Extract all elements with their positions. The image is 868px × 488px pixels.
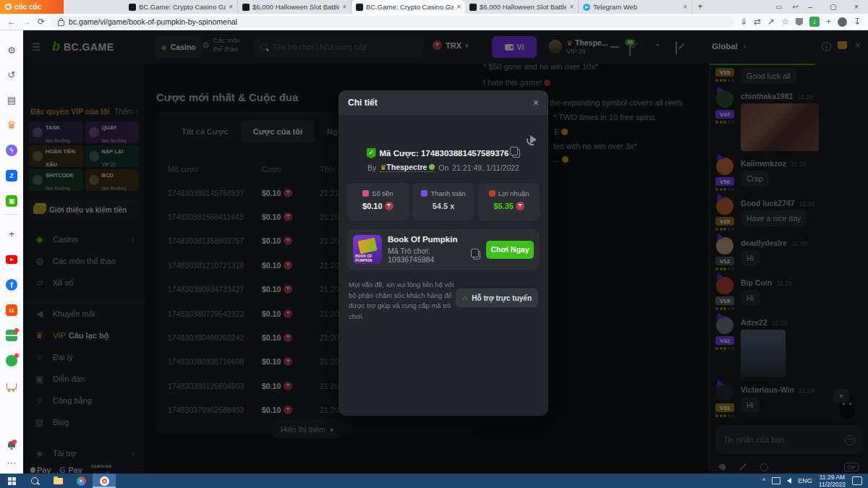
stat-card: Lợi nhuận $5.35 (478, 183, 540, 221)
tab-close-icon[interactable]: × (569, 3, 574, 11)
stat-label: Số tiền (372, 189, 393, 197)
facebook-icon[interactable]: f (5, 278, 18, 291)
tab-close-icon[interactable]: × (683, 3, 687, 11)
lock-icon (58, 20, 64, 26)
windows-logo-icon (8, 477, 16, 485)
adblock-shield-icon[interactable] (796, 18, 803, 26)
gift-icon[interactable] (5, 329, 18, 342)
gift-box (6, 330, 17, 341)
screen: cốc cốc BC.Game: Crypto Casino Gan × $6,… (0, 0, 868, 488)
url-text: bc.game/vi/game/book-of-pumpkin-by-spino… (69, 17, 237, 26)
stat-card: Thanh toán 54.5 x (413, 183, 475, 221)
new-tab-button[interactable]: + (692, 0, 708, 14)
tab-close-icon[interactable]: × (456, 3, 461, 11)
thumb-caption: BOOK OF PUMPKIN (355, 254, 382, 262)
tab-close-icon[interactable]: × (342, 3, 346, 11)
share-bet-icon[interactable] (530, 135, 537, 144)
tab-title: $6,000 Halloween Slot Battle (252, 3, 339, 11)
search-icon (31, 477, 38, 484)
restore-session-icon[interactable]: ↩ (793, 3, 799, 11)
forward-button[interactable]: → (22, 17, 31, 27)
youtube-play-icon (6, 255, 17, 264)
downloads-tray-icon[interactable]: ↧ (854, 17, 861, 27)
coccoc-brand[interactable]: cốc cốc (0, 0, 64, 14)
chrome-button[interactable] (69, 474, 93, 488)
share-icon[interactable]: ↗ (767, 17, 775, 27)
capture-icon[interactable]: ▭ (775, 3, 782, 11)
more-dots-icon[interactable]: ··· (5, 455, 18, 468)
browser-tab[interactable]: BC.Game: Crypto Casino Gan × (124, 0, 238, 14)
games-icon[interactable]: ▣ (5, 194, 18, 207)
zalo-icon[interactable]: Z (5, 169, 18, 182)
download-button[interactable]: ↓ (809, 17, 820, 27)
network-icon[interactable] (772, 477, 780, 484)
start-button[interactable] (0, 474, 23, 488)
close-window-button[interactable]: × (845, 0, 868, 14)
action-center-icon[interactable] (852, 476, 862, 485)
copy-bet-id-icon[interactable] (512, 149, 520, 158)
live-support-label: Hỗ trợ trực tuyến (472, 294, 532, 302)
minimize-button[interactable]: – (799, 0, 822, 14)
bet-username[interactable]: ♛Thespectre (380, 163, 435, 172)
promo-badge-dot (14, 354, 19, 358)
game-id-text: Mã Trò chơi: 10936745984 (388, 247, 469, 264)
bell-shape (8, 441, 15, 448)
window-controls: – ▢ × (799, 0, 868, 14)
browser-tab[interactable]: BC.Game: Crypto Casino Gan × (352, 0, 465, 14)
settings-gear-icon[interactable]: ⚙ (5, 43, 18, 56)
promo-leaf-icon[interactable] (5, 354, 18, 367)
coccoc-taskbar-button[interactable] (93, 474, 116, 488)
bet-datetime: 21:21:49, 1/11/2022 (452, 163, 519, 172)
notifications-bell-icon[interactable] (5, 437, 18, 450)
back-button[interactable]: ← (7, 17, 16, 27)
stat-value: $5.35 (493, 202, 514, 210)
taskbar-search-button[interactable] (23, 474, 46, 488)
messenger-icon[interactable]: ϟ (5, 144, 18, 157)
file-explorer-button[interactable] (46, 474, 69, 488)
support-note: Mọi vấn đề, xin vui lòng liên hệ với bộ … (349, 280, 459, 322)
tab-favicon-icon (129, 4, 136, 11)
youtube-icon[interactable] (5, 253, 18, 266)
modal-title: Chi tiết (348, 98, 378, 108)
extensions-puzzle-icon[interactable]: + (826, 17, 831, 27)
url-bar[interactable]: bc.game/vi/game/book-of-pumpkin-by-spino… (51, 16, 733, 28)
modal-close-icon[interactable]: × (533, 97, 539, 108)
tab-title: BC.Game: Crypto Casino Gan (139, 3, 226, 11)
reload-button[interactable]: ⟳ (38, 17, 45, 27)
profile-avatar[interactable] (838, 17, 847, 27)
play-now-button[interactable]: Chơi Ngay (486, 241, 534, 259)
browser-tab[interactable]: $6,000 Halloween Slot Battle × (238, 0, 352, 14)
live-support-button[interactable]: ∩ Hỗ trợ trực tuyến (456, 288, 538, 307)
tabbar-mini-icons: ▭ ↩ (775, 0, 799, 14)
shop-sale-icon[interactable]: 11 (5, 304, 18, 317)
crown-icon: ♛ (380, 163, 386, 171)
browser-tabbar: cốc cốc BC.Game: Crypto Casino Gan × $6,… (0, 0, 868, 14)
browser-tab[interactable]: $6,000 Halloween Slot Battle × (465, 0, 579, 14)
tab-close-icon[interactable]: × (229, 3, 233, 11)
translate-icon[interactable]: ⇄ (754, 17, 761, 27)
brand-label: cốc cốc (14, 3, 41, 11)
game-id-row: Mã Trò chơi: 10936745984 (388, 247, 480, 264)
maximize-button[interactable]: ▢ (822, 0, 845, 14)
stat-label: Thanh toán (430, 189, 465, 197)
tab-favicon-icon (242, 4, 250, 11)
taskbar-clock[interactable]: 11:29 AM11/2/2022 (819, 474, 846, 488)
zalo-letter: Z (6, 170, 17, 181)
stat-icon (489, 190, 495, 197)
bookmark-star-icon[interactable]: ☆ (781, 17, 789, 27)
tab-title: Telegram Web (593, 3, 680, 11)
copy-game-id-icon[interactable] (473, 251, 480, 260)
game-thumbnail[interactable]: BOOK OF PUMPKIN (353, 235, 382, 264)
crown-icon[interactable]: ♛ (5, 119, 18, 132)
language-indicator[interactable]: ENG (798, 477, 812, 484)
browser-tab[interactable]: Telegram Web × (579, 0, 692, 14)
history-icon[interactable]: ↺ (5, 68, 18, 81)
add-shortcut-icon[interactable]: + (5, 227, 18, 240)
frog-emoji-icon (429, 164, 435, 170)
hidden-icons-chevron[interactable]: ^ (762, 477, 765, 484)
save-page-icon[interactable]: ⇓ (740, 17, 747, 27)
bell-badge-dot (12, 440, 17, 444)
newsfeed-icon[interactable]: ▤ (5, 93, 18, 106)
volume-icon[interactable] (787, 478, 791, 484)
cart-icon[interactable] (5, 380, 18, 393)
